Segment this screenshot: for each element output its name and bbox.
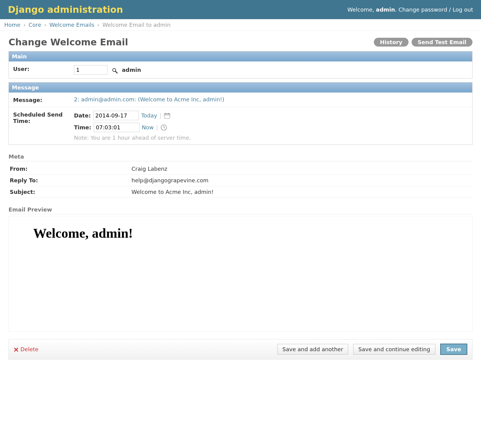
submit-row: Delete Save and add another Save and con… [9,339,472,359]
subject-value: Welcome to Acme Inc, admin! [130,186,472,198]
time-input[interactable] [94,123,139,132]
lookup-icon[interactable] [112,67,118,74]
svg-rect-3 [164,114,170,115]
breadcrumb: Home › Core › Welcome Emails › Welcome E… [0,19,481,31]
breadcrumb-app[interactable]: Core [29,22,41,28]
svg-line-1 [115,71,117,73]
delete-icon [14,346,19,352]
now-link[interactable]: Now [142,124,154,131]
branding-title: Django administration [8,4,123,15]
subject-label: Subject: [9,186,130,198]
fieldset-main-legend: Main [9,51,472,61]
clock-icon[interactable] [160,124,167,131]
table-row: Subject: Welcome to Acme Inc, admin! [9,186,472,198]
user-input[interactable] [74,65,107,75]
send-test-email-button[interactable]: Send Test Email [412,38,472,47]
object-tools: History Send Test Email [374,38,472,47]
fieldset-message-legend: Message [9,82,472,93]
breadcrumb-object: Welcome Email to admin [102,22,170,28]
welcome-text: Welcome, [347,6,376,13]
username: admin [376,6,395,13]
user-tools: Welcome, admin. Change password / Log ou… [347,6,473,13]
logout-link[interactable]: Log out [453,6,473,13]
change-password-link[interactable]: Change password [398,6,447,13]
breadcrumb-model[interactable]: Welcome Emails [49,22,94,28]
schedule-label: Scheduled Send Time: [13,111,74,124]
fieldset-message: Message Message: 2: admin@admin.com: (We… [9,82,472,145]
reply-to-value: help@djangograpevine.com [130,175,472,186]
calendar-icon[interactable] [164,112,170,119]
from-value: Craig Labenz [130,163,472,175]
user-label: User: [13,65,74,72]
header: Django administration Welcome, admin. Ch… [0,0,481,19]
save-button[interactable]: Save [440,344,467,355]
date-label: Date: [74,112,91,119]
table-row: From: Craig Labenz [9,163,472,175]
reply-to-label: Reply To: [9,175,130,186]
preview-body-heading: Welcome, admin! [33,226,448,241]
date-input[interactable] [93,111,139,120]
page-title: Change Welcome Email [9,37,128,47]
meta-table: From: Craig Labenz Reply To: help@django… [9,163,472,198]
timezone-note: Note: You are 1 hour ahead of server tim… [74,135,468,141]
preview-heading: Email Preview [9,206,472,214]
user-display: admin [122,67,141,73]
save-add-another-button[interactable]: Save and add another [277,344,349,355]
table-row: Reply To: help@djangograpevine.com [9,175,472,186]
meta-heading: Meta [9,153,472,161]
history-button[interactable]: History [374,38,409,47]
email-preview: Welcome, admin! [9,216,472,332]
save-continue-button[interactable]: Save and continue editing [353,344,435,355]
from-label: From: [9,163,130,175]
message-link[interactable]: 2: admin@admin.com: (Welcome to Acme Inc… [74,96,224,103]
breadcrumb-home[interactable]: Home [4,22,20,28]
delete-link[interactable]: Delete [14,346,38,352]
message-label: Message: [13,96,74,103]
time-label: Time: [74,124,91,131]
fieldset-main: Main User: admin [9,51,472,79]
today-link[interactable]: Today [141,112,157,119]
delete-label: Delete [20,346,38,352]
